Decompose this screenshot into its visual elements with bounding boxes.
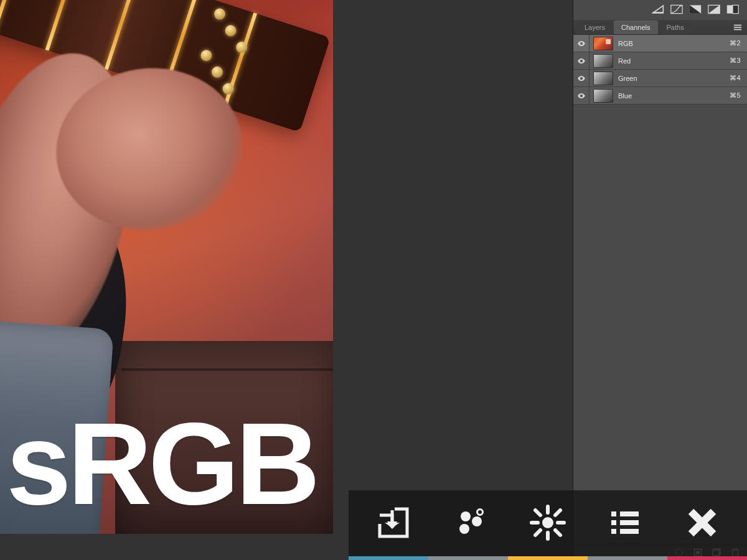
svg-rect-9 [734, 25, 741, 26]
channels-panel-body: RGB ⌘2 Red ⌘3 Green ⌘4 [573, 35, 747, 544]
adjust-curves-icon[interactable] [670, 4, 684, 15]
svg-rect-36 [611, 529, 616, 534]
import-icon[interactable] [365, 495, 421, 551]
settings-dots-icon[interactable] [443, 495, 499, 551]
close-icon[interactable] [674, 495, 730, 551]
svg-point-23 [542, 517, 553, 528]
visibility-toggle[interactable] [573, 35, 590, 52]
svg-rect-1 [653, 12, 664, 13]
svg-rect-10 [734, 27, 741, 28]
adjust-levels-icon[interactable] [651, 4, 665, 15]
svg-rect-34 [611, 520, 616, 525]
channel-thumbnail [593, 72, 613, 85]
svg-rect-7 [727, 5, 733, 13]
list-icon[interactable] [597, 495, 653, 551]
channel-name: Red [618, 57, 631, 65]
canvas-overlay-text: sRGB [6, 411, 316, 516]
channel-thumbnail [593, 54, 613, 68]
accent-segment [428, 556, 508, 560]
visibility-toggle[interactable] [573, 70, 590, 86]
svg-rect-8 [733, 5, 738, 13]
tab-paths[interactable]: Paths [659, 21, 692, 34]
svg-point-22 [477, 510, 483, 515]
overlay-toolbar [349, 490, 747, 560]
svg-marker-0 [653, 6, 664, 13]
svg-line-29 [555, 530, 560, 535]
panel-tabs: Layers Channels Paths [573, 20, 747, 35]
channel-shortcut: ⌘5 [730, 91, 741, 100]
svg-line-31 [535, 530, 540, 535]
channel-thumbnail [593, 37, 613, 50]
svg-line-30 [555, 510, 560, 515]
channel-name: Blue [618, 92, 632, 100]
svg-rect-37 [620, 529, 639, 534]
tab-channels[interactable]: Channels [614, 21, 657, 34]
svg-line-28 [535, 510, 540, 515]
channel-shortcut: ⌘2 [730, 39, 741, 47]
svg-marker-6 [708, 5, 720, 13]
document-canvas[interactable]: sRGB [0, 0, 333, 534]
svg-rect-35 [620, 520, 639, 525]
svg-point-20 [472, 516, 482, 526]
tab-layers[interactable]: Layers [577, 21, 613, 34]
overlay-accent-strip [349, 556, 747, 560]
adjust-contrast-icon[interactable] [707, 4, 721, 15]
accent-segment [588, 556, 667, 560]
visibility-toggle[interactable] [573, 52, 590, 69]
adjust-bw-icon[interactable] [726, 4, 740, 15]
svg-rect-33 [620, 511, 639, 516]
svg-rect-32 [611, 511, 616, 516]
svg-point-19 [461, 511, 471, 521]
svg-point-21 [459, 524, 469, 534]
canvas-area[interactable]: sRGB [0, 0, 573, 560]
accent-segment [508, 556, 588, 560]
channel-shortcut: ⌘4 [730, 74, 741, 82]
channel-thumbnail [593, 89, 613, 103]
right-panel: Layers Channels Paths RGB ⌘2 Re [573, 0, 747, 560]
channel-shortcut: ⌘3 [730, 57, 741, 65]
accent-segment [349, 556, 428, 560]
svg-rect-11 [734, 29, 741, 30]
panel-menu-icon[interactable] [732, 21, 743, 34]
adjust-exposure-icon[interactable] [688, 4, 702, 15]
channel-row-red[interactable]: Red ⌘3 [573, 52, 747, 70]
brightness-icon[interactable] [520, 495, 576, 551]
document-image: sRGB [0, 0, 333, 534]
channel-name: RGB [618, 40, 633, 47]
channel-row-green[interactable]: Green ⌘4 [573, 70, 747, 87]
channel-row-blue[interactable]: Blue ⌘5 [573, 87, 747, 105]
channel-row-rgb[interactable]: RGB ⌘2 [573, 35, 747, 52]
adjustments-mini-toolbar [651, 2, 740, 16]
accent-segment [667, 556, 747, 560]
visibility-toggle[interactable] [573, 87, 590, 104]
app-root: sRGB Layers Channels Paths [0, 0, 747, 560]
channel-name: Green [618, 75, 637, 82]
